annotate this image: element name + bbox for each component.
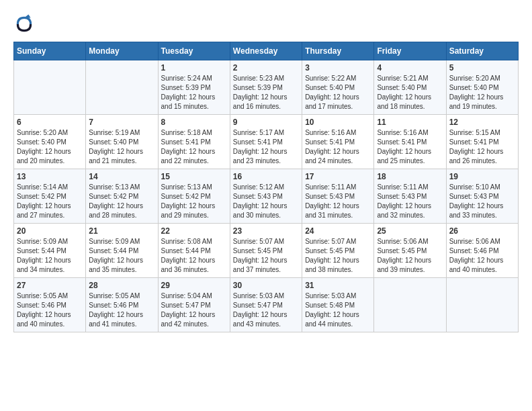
calendar-day-cell: 11Sunrise: 5:16 AM Sunset: 5:41 PM Dayli… (374, 115, 446, 169)
calendar-day-cell: 16Sunrise: 5:12 AM Sunset: 5:43 PM Dayli… (230, 169, 302, 224)
day-number: 16 (233, 172, 299, 181)
calendar-day-cell: 19Sunrise: 5:10 AM Sunset: 5:43 PM Dayli… (446, 169, 518, 224)
day-info: Sunrise: 5:11 AM Sunset: 5:43 PM Dayligh… (377, 183, 443, 220)
calendar-week-row: 6Sunrise: 5:20 AM Sunset: 5:40 PM Daylig… (14, 115, 519, 169)
calendar-day-cell: 27Sunrise: 5:05 AM Sunset: 5:46 PM Dayli… (14, 278, 86, 332)
calendar-day-cell: 1Sunrise: 5:24 AM Sunset: 5:39 PM Daylig… (158, 60, 230, 115)
calendar-day-cell (374, 278, 446, 332)
calendar-day-cell: 28Sunrise: 5:05 AM Sunset: 5:46 PM Dayli… (86, 278, 158, 332)
calendar-table: SundayMondayTuesdayWednesdayThursdayFrid… (13, 42, 519, 332)
day-number: 14 (89, 172, 154, 181)
page-header (13, 13, 519, 35)
calendar-day-cell: 21Sunrise: 5:09 AM Sunset: 5:44 PM Dayli… (86, 224, 158, 278)
calendar-week-row: 20Sunrise: 5:09 AM Sunset: 5:44 PM Dayli… (14, 224, 519, 278)
day-number: 20 (17, 226, 83, 236)
day-info: Sunrise: 5:15 AM Sunset: 5:41 PM Dayligh… (449, 128, 515, 166)
calendar-week-row: 1Sunrise: 5:24 AM Sunset: 5:39 PM Daylig… (14, 60, 519, 115)
day-info: Sunrise: 5:11 AM Sunset: 5:43 PM Dayligh… (305, 183, 371, 220)
day-number: 4 (377, 63, 443, 73)
day-info: Sunrise: 5:03 AM Sunset: 5:48 PM Dayligh… (305, 291, 371, 329)
day-info: Sunrise: 5:10 AM Sunset: 5:43 PM Dayligh… (449, 183, 515, 220)
calendar-day-cell: 31Sunrise: 5:03 AM Sunset: 5:48 PM Dayli… (302, 278, 374, 332)
calendar-day-cell (86, 60, 158, 115)
day-number: 25 (377, 226, 443, 236)
day-info: Sunrise: 5:09 AM Sunset: 5:44 PM Dayligh… (89, 237, 154, 275)
day-number: 30 (233, 281, 299, 290)
calendar-day-cell: 13Sunrise: 5:14 AM Sunset: 5:42 PM Dayli… (14, 169, 86, 224)
day-number: 5 (449, 63, 515, 73)
calendar-day-cell: 20Sunrise: 5:09 AM Sunset: 5:44 PM Dayli… (14, 224, 86, 278)
calendar-day-cell: 6Sunrise: 5:20 AM Sunset: 5:40 PM Daylig… (14, 115, 86, 169)
calendar-week-row: 13Sunrise: 5:14 AM Sunset: 5:42 PM Dayli… (14, 169, 519, 224)
weekday-header: Sunday (14, 42, 86, 60)
day-info: Sunrise: 5:07 AM Sunset: 5:45 PM Dayligh… (305, 237, 371, 275)
day-info: Sunrise: 5:07 AM Sunset: 5:45 PM Dayligh… (233, 237, 299, 275)
day-number: 2 (233, 63, 299, 73)
calendar-header: SundayMondayTuesdayWednesdayThursdayFrid… (14, 42, 519, 60)
calendar-day-cell (14, 60, 86, 115)
calendar-day-cell (446, 278, 518, 332)
calendar-day-cell: 24Sunrise: 5:07 AM Sunset: 5:45 PM Dayli… (302, 224, 374, 278)
day-info: Sunrise: 5:13 AM Sunset: 5:42 PM Dayligh… (161, 183, 227, 220)
weekday-header: Saturday (446, 42, 518, 60)
day-info: Sunrise: 5:04 AM Sunset: 5:47 PM Dayligh… (161, 291, 227, 329)
day-info: Sunrise: 5:16 AM Sunset: 5:41 PM Dayligh… (305, 128, 371, 166)
calendar-day-cell: 7Sunrise: 5:19 AM Sunset: 5:40 PM Daylig… (86, 115, 158, 169)
calendar-day-cell: 4Sunrise: 5:21 AM Sunset: 5:40 PM Daylig… (374, 60, 446, 115)
calendar-day-cell: 5Sunrise: 5:20 AM Sunset: 5:40 PM Daylig… (446, 60, 518, 115)
calendar-week-row: 27Sunrise: 5:05 AM Sunset: 5:46 PM Dayli… (14, 278, 519, 332)
day-number: 8 (161, 118, 227, 127)
day-number: 31 (305, 281, 371, 290)
day-info: Sunrise: 5:17 AM Sunset: 5:41 PM Dayligh… (233, 128, 299, 166)
day-number: 7 (89, 118, 154, 127)
weekday-header: Monday (86, 42, 158, 60)
weekday-header: Wednesday (230, 42, 302, 60)
day-number: 24 (305, 226, 371, 236)
day-number: 28 (89, 281, 154, 290)
day-number: 21 (89, 226, 154, 236)
day-number: 17 (305, 172, 371, 181)
day-info: Sunrise: 5:24 AM Sunset: 5:39 PM Dayligh… (161, 74, 227, 111)
weekday-header: Friday (374, 42, 446, 60)
day-info: Sunrise: 5:21 AM Sunset: 5:40 PM Dayligh… (377, 74, 443, 111)
day-number: 9 (233, 118, 299, 127)
day-number: 12 (449, 118, 515, 127)
calendar-day-cell: 8Sunrise: 5:18 AM Sunset: 5:41 PM Daylig… (158, 115, 230, 169)
day-number: 19 (449, 172, 515, 181)
day-info: Sunrise: 5:05 AM Sunset: 5:46 PM Dayligh… (89, 291, 154, 329)
day-number: 10 (305, 118, 371, 127)
calendar-day-cell: 3Sunrise: 5:22 AM Sunset: 5:40 PM Daylig… (302, 60, 374, 115)
day-info: Sunrise: 5:18 AM Sunset: 5:41 PM Dayligh… (161, 128, 227, 166)
calendar-day-cell: 17Sunrise: 5:11 AM Sunset: 5:43 PM Dayli… (302, 169, 374, 224)
weekday-header: Tuesday (158, 42, 230, 60)
calendar-day-cell: 23Sunrise: 5:07 AM Sunset: 5:45 PM Dayli… (230, 224, 302, 278)
calendar-day-cell: 18Sunrise: 5:11 AM Sunset: 5:43 PM Dayli… (374, 169, 446, 224)
day-info: Sunrise: 5:08 AM Sunset: 5:44 PM Dayligh… (161, 237, 227, 275)
calendar-day-cell: 15Sunrise: 5:13 AM Sunset: 5:42 PM Dayli… (158, 169, 230, 224)
day-info: Sunrise: 5:03 AM Sunset: 5:47 PM Dayligh… (233, 291, 299, 329)
day-number: 3 (305, 63, 371, 73)
day-number: 23 (233, 226, 299, 236)
logo (13, 13, 39, 35)
day-number: 22 (161, 226, 227, 236)
logo-icon (13, 13, 35, 35)
day-info: Sunrise: 5:19 AM Sunset: 5:40 PM Dayligh… (89, 128, 154, 166)
calendar-day-cell: 2Sunrise: 5:23 AM Sunset: 5:39 PM Daylig… (230, 60, 302, 115)
calendar-day-cell: 30Sunrise: 5:03 AM Sunset: 5:47 PM Dayli… (230, 278, 302, 332)
calendar-day-cell: 14Sunrise: 5:13 AM Sunset: 5:42 PM Dayli… (86, 169, 158, 224)
day-info: Sunrise: 5:12 AM Sunset: 5:43 PM Dayligh… (233, 183, 299, 220)
weekday-header: Thursday (302, 42, 374, 60)
day-info: Sunrise: 5:06 AM Sunset: 5:45 PM Dayligh… (377, 237, 443, 275)
day-info: Sunrise: 5:22 AM Sunset: 5:40 PM Dayligh… (305, 74, 371, 111)
calendar-day-cell: 26Sunrise: 5:06 AM Sunset: 5:46 PM Dayli… (446, 224, 518, 278)
day-number: 29 (161, 281, 227, 290)
day-number: 26 (449, 226, 515, 236)
calendar-day-cell: 9Sunrise: 5:17 AM Sunset: 5:41 PM Daylig… (230, 115, 302, 169)
calendar-day-cell: 10Sunrise: 5:16 AM Sunset: 5:41 PM Dayli… (302, 115, 374, 169)
day-number: 15 (161, 172, 227, 181)
day-info: Sunrise: 5:05 AM Sunset: 5:46 PM Dayligh… (17, 291, 83, 329)
day-number: 11 (377, 118, 443, 127)
day-number: 18 (377, 172, 443, 181)
day-number: 27 (17, 281, 83, 290)
day-info: Sunrise: 5:16 AM Sunset: 5:41 PM Dayligh… (377, 128, 443, 166)
